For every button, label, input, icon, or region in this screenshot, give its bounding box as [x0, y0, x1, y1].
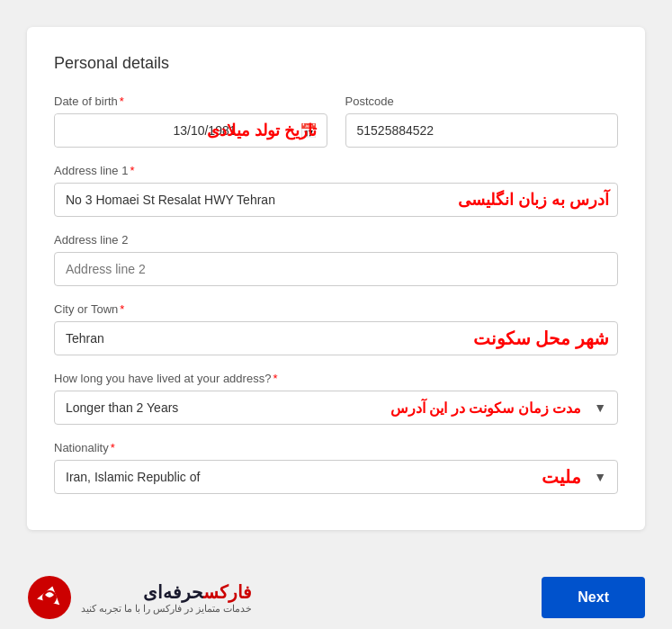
address2-group: Address line 2 — [54, 233, 618, 286]
address1-wrapper: آدرس به زبان انگلیسی — [54, 183, 618, 217]
brand-name-part1: فارکس — [203, 582, 252, 602]
brand-name: فارکسحرفه‌ای — [81, 581, 252, 603]
city-input[interactable] — [54, 321, 618, 355]
brand-text: فارکسحرفه‌ای خدمات متمایز در فارکس را با… — [81, 581, 252, 615]
city-group: City or Town* شهر محل سکونت — [54, 302, 618, 355]
nationality-group: Nationality* Iran, Islamic Republic of U… — [54, 441, 618, 494]
footer-bar: فارکسحرفه‌ای خدمات متمایز در فارکس را با… — [0, 566, 672, 629]
city-wrapper: شهر محل سکونت — [54, 321, 618, 355]
address2-input[interactable] — [54, 252, 618, 286]
form-card: Personal details Date of birth* تاریخ تو… — [27, 27, 645, 530]
card-title: Personal details — [54, 54, 618, 73]
postcode-group: Postcode — [345, 94, 619, 148]
duration-select-wrapper: Longer than 2 Years Less than 1 Year 1-2… — [54, 391, 618, 425]
address1-label: Address line 1* — [54, 164, 618, 177]
dob-postcode-row: Date of birth* تاریخ تولد میلادی 📅 Postc… — [54, 94, 618, 148]
brand-icon — [27, 575, 72, 620]
address1-group: Address line 1* آدرس به زبان انگلیسی — [54, 164, 618, 217]
brand-logo: فارکسحرفه‌ای خدمات متمایز در فارکس را با… — [27, 575, 252, 620]
duration-label: How long you have lived at your address?… — [54, 372, 618, 385]
dob-input-wrapper: تاریخ تولد میلادی 📅 — [54, 113, 327, 148]
address2-label: Address line 2 — [54, 233, 618, 247]
dob-label: Date of birth* — [54, 94, 327, 108]
dob-group: Date of birth* تاریخ تولد میلادی 📅 — [54, 94, 327, 148]
nationality-select[interactable]: Iran, Islamic Republic of United Kingdom… — [55, 461, 617, 493]
address1-input[interactable] — [54, 183, 618, 217]
postcode-input[interactable] — [345, 113, 619, 148]
calendar-icon[interactable]: 📅 — [291, 122, 327, 139]
page-container: Personal details Date of birth* تاریخ تو… — [0, 0, 672, 629]
next-button[interactable]: Next — [542, 577, 645, 618]
brand-sub: خدمات متمایز در فارکس را با ما تجربه کنی… — [81, 603, 252, 615]
brand-name-part2: حرفه‌ای — [143, 582, 203, 602]
dob-input[interactable] — [55, 114, 291, 147]
postcode-label: Postcode — [345, 94, 619, 108]
nationality-select-wrapper: Iran, Islamic Republic of United Kingdom… — [54, 460, 618, 494]
duration-group: How long you have lived at your address?… — [54, 372, 618, 425]
city-label: City or Town* — [54, 302, 618, 316]
duration-select[interactable]: Longer than 2 Years Less than 1 Year 1-2… — [55, 391, 617, 424]
nationality-label: Nationality* — [54, 441, 618, 454]
